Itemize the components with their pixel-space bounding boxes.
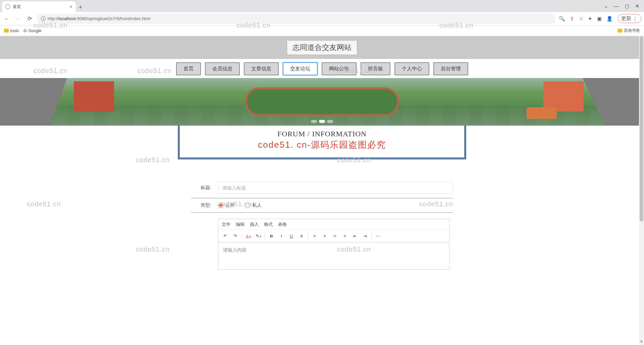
nav-profile[interactable]: 个人中心	[394, 62, 429, 75]
italic-button[interactable]: I	[277, 231, 286, 241]
bookmark-other[interactable]: 其他书签	[618, 28, 640, 33]
scrollbar-thumb[interactable]	[640, 36, 643, 221]
carousel-dot[interactable]	[311, 120, 317, 123]
close-window-icon[interactable]: ✕	[635, 3, 639, 9]
star-icon[interactable]: ☆	[579, 16, 583, 22]
label-type: 类型:	[191, 202, 211, 208]
rich-text-editor: 文件 编辑 插入 格式 表格 ↶ ↷ A▾ ✎▾ B I U S ≡ ≡ ≡	[218, 219, 449, 270]
nav-member[interactable]: 会员信息	[205, 62, 240, 75]
page-content: code51.cn code51.cn code51.cn 志同道合交友网站 首…	[0, 36, 644, 270]
vertical-scrollbar[interactable]: ▲ ▼	[639, 36, 644, 270]
bold-button[interactable]: B	[267, 231, 276, 241]
more-button[interactable]: ⋯	[373, 231, 383, 241]
zoom-icon[interactable]: 🔍	[559, 16, 565, 22]
site-header: 志同道合交友网站	[0, 36, 644, 59]
watermark: code51.cn	[136, 156, 170, 164]
reading-list-icon[interactable]: ▣	[597, 16, 602, 22]
title-input[interactable]	[218, 182, 453, 194]
nav-forum[interactable]: 交友论坛	[283, 62, 318, 75]
back-button[interactable]: ←	[3, 15, 11, 23]
globe-icon	[5, 4, 10, 9]
site-title: 志同道合交友网站	[287, 40, 357, 55]
watermark: code51.cn	[136, 246, 170, 253]
minimize-icon[interactable]: —	[614, 3, 619, 9]
type-radio-group: 公开 私人	[218, 202, 262, 208]
radio-private[interactable]: 私人	[245, 202, 262, 208]
align-left-button[interactable]: ≡	[310, 231, 319, 241]
close-tab-icon[interactable]: ×	[70, 4, 72, 9]
share-icon[interactable]: ⇪	[570, 16, 574, 22]
watermark: code51.cn	[27, 200, 61, 208]
outdent-button[interactable]: ⇤	[350, 231, 360, 241]
chevron-down-icon[interactable]: ⌄	[604, 3, 608, 9]
maximize-icon[interactable]: ▢	[625, 3, 629, 9]
menu-insert[interactable]: 插入	[250, 221, 259, 227]
address-bar-icons: 🔍 ⇪ ☆ ✦ ▣ 👤 更新⋮	[559, 14, 641, 23]
editor-toolbar: ↶ ↷ A▾ ✎▾ B I U S ≡ ≡ ≡ ≡ ⇤ ⇥ ⋯	[218, 230, 449, 243]
new-tab-button[interactable]: +	[76, 3, 85, 12]
highlight-button[interactable]: ✎▾	[254, 231, 263, 241]
reload-button[interactable]: ⟳	[25, 15, 34, 23]
nav-admin[interactable]: 后台管理	[433, 62, 468, 75]
menu-format[interactable]: 格式	[264, 221, 273, 227]
section-heading-box: FORUM / INFORMATION code51. cn-源码乐园盗图必究	[178, 126, 466, 159]
radio-icon	[218, 203, 223, 208]
align-justify-button[interactable]: ≡	[340, 231, 350, 241]
url-input[interactable]: i http://localhost:8080/springboot2x7r5/…	[37, 14, 555, 24]
menu-file[interactable]: 文件	[222, 221, 230, 227]
carousel-dot[interactable]	[327, 120, 333, 123]
browser-chrome: 首页 × + ⌄ — ▢ ✕ ← → ⟳ i http://localhost:…	[0, 0, 644, 36]
carousel-dot[interactable]	[319, 120, 325, 123]
bookmark-google[interactable]: G Google	[23, 28, 41, 33]
align-center-button[interactable]: ≡	[320, 231, 329, 241]
folder-icon	[618, 29, 622, 32]
editor-menu-bar: 文件 编辑 插入 格式 表格	[218, 219, 449, 230]
bookmark-tools[interactable]: tools	[4, 28, 19, 33]
redo-button[interactable]: ↷	[230, 231, 240, 241]
site-info-icon[interactable]: i	[41, 16, 46, 21]
forward-button[interactable]: →	[14, 15, 22, 23]
address-bar: ← → ⟳ i http://localhost:8080/springboot…	[0, 12, 644, 25]
menu-table[interactable]: 表格	[278, 221, 287, 227]
banner-carousel[interactable]	[0, 78, 644, 126]
forum-post-form: 标题: 类型: 公开 私人 code51.cn code51.cn code51…	[191, 178, 453, 270]
nav-home[interactable]: 首页	[176, 62, 201, 75]
google-icon: G	[23, 28, 26, 33]
label-title: 标题:	[191, 185, 211, 191]
profile-icon[interactable]: 👤	[606, 16, 613, 22]
browser-tab[interactable]: 首页 ×	[2, 1, 76, 12]
window-controls: ⌄ — ▢ ✕	[604, 0, 644, 12]
tab-title: 首页	[13, 4, 21, 10]
radio-icon	[245, 203, 250, 208]
undo-button[interactable]: ↶	[220, 231, 230, 241]
indent-button[interactable]: ⇥	[360, 231, 370, 241]
form-row-type: 类型: 公开 私人	[191, 198, 453, 213]
folder-icon	[4, 29, 9, 32]
update-button[interactable]: 更新⋮	[618, 14, 641, 23]
section-heading-red: code51. cn-源码乐园盗图必究	[180, 139, 464, 151]
radio-public[interactable]: 公开	[218, 202, 235, 208]
tab-strip: 首页 × + ⌄ — ▢ ✕	[0, 0, 644, 12]
text-color-button[interactable]: A▾	[244, 231, 253, 241]
align-right-button[interactable]: ≡	[330, 231, 339, 241]
carousel-dots[interactable]	[311, 120, 333, 123]
bookmarks-bar: tools G Google 其他书签	[0, 25, 644, 36]
nav-article[interactable]: 文章信息	[244, 62, 279, 75]
strikethrough-button[interactable]: S	[297, 231, 306, 241]
nav-announcement[interactable]: 网站公告	[322, 62, 357, 75]
section-heading-en: FORUM / INFORMATION	[180, 130, 464, 138]
extension-icon[interactable]: ✦	[588, 16, 592, 22]
underline-button[interactable]: U	[287, 231, 296, 241]
main-nav: 首页 会员信息 文章信息 交友论坛 网站公告 留言板 个人中心 后台管理	[0, 59, 644, 78]
url-text: http://localhost:8080/springboot2x7r5/fr…	[48, 16, 150, 21]
editor-content[interactable]: 请输入内容	[218, 243, 449, 269]
menu-edit[interactable]: 编辑	[236, 221, 245, 227]
form-row-title: 标题:	[191, 178, 453, 198]
nav-guestbook[interactable]: 留言板	[361, 62, 390, 75]
